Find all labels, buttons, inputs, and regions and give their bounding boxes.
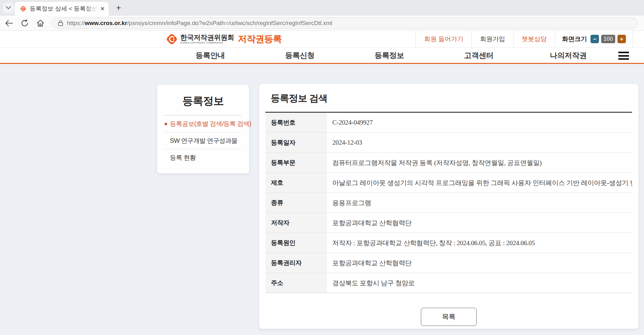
zoom-label: 화면크기 <box>562 35 587 43</box>
hamburger-menu-icon[interactable] <box>618 52 629 60</box>
list-button[interactable]: 목록 <box>421 308 477 326</box>
table-row: 등록원인 저작자 : 포항공과대학교 산학협력단, 창작 : 2024.06.0… <box>265 233 632 253</box>
table-row: 등록부문 컴퓨터프로그램저작물 저작권 등록 (저작자성명, 창작연월일, 공표… <box>265 153 632 173</box>
table-row: 등록번호 C-2024-049927 <box>265 113 632 133</box>
sidebar-item-sw-rnd-output[interactable]: SW 연구개발 연구성과물 <box>165 132 242 149</box>
row-value: 포항공과대학교 산학협력단 <box>327 213 632 233</box>
zoom-value-badge: 100 <box>601 35 615 43</box>
url-text: https://www.cros.or.kr/psnsys/cmmn/infoP… <box>67 20 332 27</box>
org-name-en: KOREA COPYRIGHT COMMISSION <box>180 42 234 44</box>
chatbot-link[interactable]: 챗봇상담 <box>513 31 555 47</box>
table-row: 종류 응용프로그램 <box>265 193 632 213</box>
row-label: 제호 <box>265 173 327 193</box>
screen-zoom-control: 화면크기 − 100 + <box>555 31 633 47</box>
row-label: 등록원인 <box>265 233 327 253</box>
row-label: 주소 <box>265 273 327 293</box>
sidebar-item-registration-gazette[interactable]: 등록공보(호별 검색/등록 검색) <box>165 116 242 132</box>
nav-item-customer-center[interactable]: 고객센터 <box>434 48 524 63</box>
reload-icon[interactable] <box>21 19 29 27</box>
registration-detail-panel: 등록정보 검색 등록번호 C-2024-049927 등록일자 2024-12-… <box>259 84 638 329</box>
cros-favicon-icon <box>20 5 27 12</box>
nav-item-registration-apply[interactable]: 등록신청 <box>255 48 345 63</box>
page-content: 등록정보 등록공보(호별 검색/등록 검색) SW 연구개발 연구성과물 등록 … <box>0 64 644 334</box>
url-path: /psnsys/cmmn/infoPage.do?w2xPath=/ui/twc… <box>127 20 332 26</box>
row-label: 등록권리자 <box>265 253 327 273</box>
site-header: 한국저작권위원회 KOREA COPYRIGHT COMMISSION 저작권등… <box>0 31 644 48</box>
new-tab-button[interactable]: + <box>113 3 124 13</box>
chevron-down-icon <box>6 6 11 9</box>
registration-detail-table: 등록번호 C-2024-049927 등록일자 2024-12-03 등록부문 … <box>265 112 632 293</box>
table-row: 제호 아날로그 레이아웃 생성기의 시각적 프로그래밍을 위한 그래픽 사용자 … <box>265 173 632 193</box>
row-value: 포항공과대학교 산학협력단 <box>327 253 632 273</box>
table-row: 주소 경상북도 포항시 남구 청암로 <box>265 273 632 293</box>
row-value: 응용프로그램 <box>327 193 632 213</box>
home-icon[interactable] <box>36 19 44 27</box>
browser-tab[interactable]: 등록정보 상세 < 등록정보 < 등록정보 ✕ <box>15 2 109 16</box>
main-navigation: 등록안내 등록신청 등록정보 고객센터 나의저작권 <box>0 48 644 64</box>
nav-item-my-copyright[interactable]: 나의저작권 <box>524 48 613 63</box>
row-label: 종류 <box>265 193 327 213</box>
member-login-link[interactable]: 회원 들어가기 <box>416 31 472 47</box>
table-row: 등록권리자 포항공과대학교 산학협력단 <box>265 253 632 273</box>
page-title: 등록정보 검색 <box>265 84 632 112</box>
url-domain: www.cros.or.kr <box>85 20 127 26</box>
korea-copyright-commission-logo-icon <box>165 33 178 46</box>
row-label: 등록번호 <box>265 113 327 132</box>
row-value: 아날로그 레이아웃 생성기의 시각적 프로그래밍을 위한 그래픽 사용자 인터페… <box>327 173 632 193</box>
member-join-link[interactable]: 회원가입 <box>472 31 513 47</box>
site-logo[interactable]: 한국저작권위원회 KOREA COPYRIGHT COMMISSION 저작권등… <box>165 33 282 46</box>
tab-close-icon[interactable]: ✕ <box>100 6 105 12</box>
row-label: 등록일자 <box>265 133 327 152</box>
url-bar[interactable]: https://www.cros.or.kr/psnsys/cmmn/infoP… <box>52 18 638 29</box>
nav-item-registration-guide[interactable]: 등록안내 <box>166 48 255 63</box>
browser-toolbar: https://www.cros.or.kr/psnsys/cmmn/infoP… <box>0 16 644 31</box>
site-title: 저작권등록 <box>238 33 282 45</box>
table-row: 저작자 포항공과대학교 산학협력단 <box>265 213 632 233</box>
lock-icon[interactable] <box>58 20 63 26</box>
utility-bar: 회원 들어가기 회원가입 챗봇상담 화면크기 − 100 + <box>416 31 633 47</box>
row-value: 컴퓨터프로그램저작물 저작권 등록 (저작자성명, 창작연월일, 공표연월일) <box>327 153 632 173</box>
table-row: 등록일자 2024-12-03 <box>265 133 632 153</box>
row-value: 저작자 : 포항공과대학교 산학협력단, 창작 : 2024.06.05, 공표… <box>327 233 632 253</box>
row-value: C-2024-049927 <box>327 113 632 132</box>
row-value: 2024-12-03 <box>327 133 632 152</box>
org-name-kr: 한국저작권위원회 <box>180 34 234 41</box>
row-label: 등록부문 <box>265 153 327 173</box>
zoom-decrease-button[interactable]: − <box>590 35 599 43</box>
nav-item-registration-info[interactable]: 등록정보 <box>345 48 434 63</box>
row-label: 저작자 <box>265 213 327 233</box>
sidebar-item-registration-status[interactable]: 등록 현황 <box>165 149 242 166</box>
sidebar: 등록정보 등록공보(호별 검색/등록 검색) SW 연구개발 연구성과물 등록 … <box>157 85 249 173</box>
back-icon[interactable] <box>5 19 13 27</box>
row-value: 경상북도 포항시 남구 청암로 <box>327 273 632 293</box>
browser-tab-bar: 등록정보 상세 < 등록정보 < 등록정보 ✕ + <box>0 0 644 16</box>
tab-list-button[interactable] <box>3 3 14 13</box>
zoom-increase-button[interactable]: + <box>617 35 626 43</box>
sidebar-title: 등록정보 <box>157 85 249 115</box>
tab-title: 등록정보 상세 < 등록정보 < 등록정보 <box>30 5 98 13</box>
url-protocol: https:// <box>67 20 85 26</box>
